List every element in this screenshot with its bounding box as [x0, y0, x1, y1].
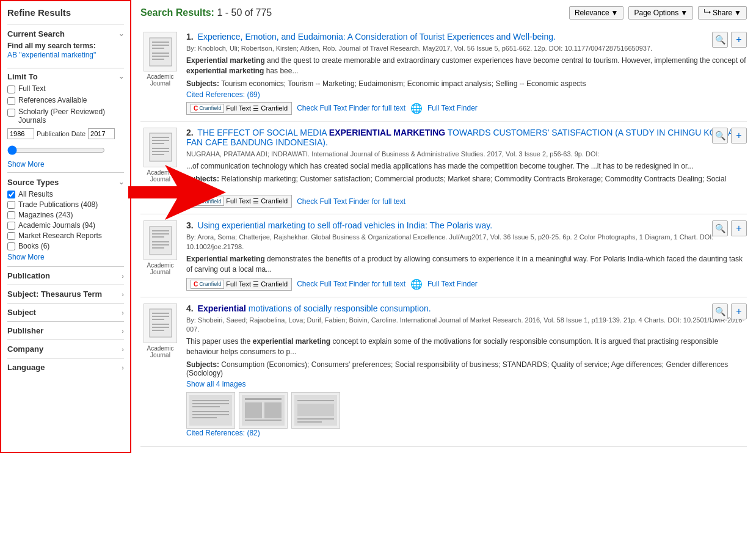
result-2-layout: Academic Journal 2. THE EFFECT OF SOCIAL… — [140, 128, 747, 208]
result-1-snippet: Experiential marketing and the quest to … — [186, 56, 747, 76]
result-item-3: 🔍 + A — [140, 214, 747, 297]
result-2-search-icon[interactable]: 🔍 — [712, 128, 728, 144]
result-1-cited-refs[interactable]: Cited References: (69) — [186, 90, 747, 99]
search-term-link[interactable]: AB "experiential marketing" — [7, 51, 96, 59]
result-1-check-fulltext[interactable]: Check Full Text Finder for full text — [297, 104, 405, 112]
cranfield-logo-2: CCranfield — [191, 197, 224, 206]
current-search-header[interactable]: Current Search ⌄ — [7, 29, 124, 38]
page-options-button[interactable]: Page Options ▼ — [628, 6, 693, 20]
share-icon: ⮡ — [703, 9, 711, 17]
limit-to-section: Limit To ⌄ Full Text References Availabl… — [7, 68, 124, 172]
relevance-button[interactable]: Relevance ▼ — [569, 6, 624, 20]
svg-rect-18 — [152, 236, 164, 238]
sidebar: Refine Results Current Search ⌄ Find all… — [0, 0, 131, 453]
svg-rect-27 — [152, 327, 169, 328]
sidebar-nav-company[interactable]: Company › — [7, 340, 124, 358]
date-to-input[interactable] — [88, 128, 115, 139]
result-4-search-icon[interactable]: 🔍 — [712, 304, 728, 319]
sidebar-nav-subject[interactable]: Subject › — [7, 303, 124, 321]
result-2-fulltext-cranfield[interactable]: CCranfield Full Text ☰ Cranfield — [186, 195, 292, 208]
result-4-add-icon[interactable]: + — [731, 304, 747, 319]
source-market-research: Market Research Reports — [7, 231, 124, 240]
date-slider-container — [7, 143, 124, 158]
svg-rect-35 — [192, 417, 217, 418]
trade-pubs-checkbox[interactable] — [7, 201, 15, 209]
date-range-slider[interactable] — [7, 145, 105, 155]
limit-to-header[interactable]: Limit To ⌄ — [7, 72, 124, 81]
date-from-input[interactable] — [7, 128, 34, 139]
svg-rect-37 — [245, 398, 282, 400]
svg-rect-14 — [152, 154, 164, 155]
sidebar-nav-language[interactable]: Language › — [7, 358, 124, 376]
result-4-cited-refs[interactable]: Cited References: (82) — [186, 429, 747, 437]
result-3-fulltext-btns: CCranfield Full Text ☰ Cranfield Check F… — [186, 278, 747, 291]
refs-checkbox[interactable] — [7, 97, 15, 105]
all-results-checkbox[interactable] — [7, 191, 15, 198]
result-3-fulltext-cranfield[interactable]: CCranfield Full Text ☰ Cranfield — [186, 278, 292, 291]
language-label: Language — [7, 363, 45, 372]
result-4-number: 4. — [186, 304, 194, 313]
sidebar-nav-thesaurus[interactable]: Subject: Thesaurus Term › — [7, 285, 124, 303]
sidebar-nav-publication[interactable]: Publication › — [7, 266, 124, 285]
result-2-number: 2. — [186, 128, 194, 137]
magazines-checkbox[interactable] — [7, 211, 15, 219]
books-checkbox[interactable] — [7, 242, 15, 250]
result-3-title-link[interactable]: Using experiential marketing to sell off… — [198, 220, 492, 230]
source-types-label: Source Types — [7, 178, 59, 187]
market-research-checkbox[interactable] — [7, 232, 15, 240]
result-1-number: 1. — [186, 32, 194, 42]
svg-rect-45 — [297, 421, 322, 423]
result-1-search-icon[interactable]: 🔍 — [712, 32, 728, 48]
publisher-arrow: › — [122, 327, 124, 335]
result-1-fulltext-cranfield[interactable]: CCranfield Full Text ☰ Cranfield — [186, 102, 292, 115]
source-show-more[interactable]: Show More — [7, 253, 124, 261]
result-4-show-images[interactable]: Show all 4 images — [186, 380, 747, 388]
result-1-fulltext-finder[interactable]: Full Text Finder — [427, 104, 478, 112]
share-button[interactable]: ⮡ Share ▼ — [698, 6, 747, 20]
svg-rect-20 — [152, 244, 169, 245]
scholarly-checkbox[interactable] — [7, 109, 15, 117]
result-3-fulltext-finder[interactable]: Full Text Finder — [427, 280, 478, 288]
result-3-add-icon[interactable]: + — [731, 220, 747, 236]
result-4-title-link[interactable]: Experiential motivations of socially res… — [198, 304, 431, 313]
academic-journals-checkbox[interactable] — [7, 222, 15, 230]
result-4-journal-icon — [144, 304, 177, 343]
result-3-search-icon[interactable]: 🔍 — [712, 220, 728, 236]
svg-rect-12 — [152, 148, 169, 149]
thesaurus-label: Subject: Thesaurus Term — [7, 289, 102, 299]
source-magazines: Magazines (243) — [7, 211, 124, 219]
limit-show-more[interactable]: Show More — [7, 160, 124, 169]
market-research-label: Market Research Reports — [18, 231, 102, 240]
result-1-title-link[interactable]: Experience, Emotion, and Eudaimonia: A C… — [198, 32, 556, 42]
source-types-header[interactable]: Source Types ⌄ — [7, 178, 124, 187]
current-search-chevron: ⌄ — [118, 30, 124, 38]
svg-rect-4 — [152, 48, 164, 49]
result-2-title-link[interactable]: THE EFFECT OF SOCIAL MEDIA EXPERIENTIAL … — [186, 128, 740, 147]
result-2-snippet: ...of communication technology which has… — [186, 161, 747, 172]
relevance-label: Relevance — [575, 9, 609, 17]
result-1-journal-icon — [144, 32, 177, 71]
svg-rect-38 — [245, 402, 262, 418]
result-3-content: 3. Using experiential marketing to sell … — [186, 220, 747, 290]
result-1-meta: By: Knobloch, Uli; Robertson, Kirsten; A… — [186, 44, 747, 53]
svg-rect-33 — [192, 411, 229, 412]
result-2-type: Academic Journal — [140, 169, 180, 183]
sidebar-nav-publisher[interactable]: Publisher › — [7, 321, 124, 340]
fulltext-label: Full Text — [18, 84, 45, 93]
svg-rect-43 — [297, 404, 334, 416]
source-books: Books (6) — [7, 242, 124, 250]
result-2-subjects: Subjects: Relationship marketing; Custom… — [186, 175, 747, 192]
thumbnail-3 — [291, 392, 340, 429]
fulltext-checkbox[interactable] — [7, 85, 15, 93]
result-2-check-fulltext[interactable]: Check Full Text Finder for full text — [297, 197, 405, 206]
result-3-check-fulltext[interactable]: Check Full Text Finder for full text — [297, 280, 405, 288]
svg-rect-25 — [152, 319, 164, 320]
result-1-add-icon[interactable]: + — [731, 32, 747, 48]
publication-label: Publication — [7, 271, 50, 280]
cranfield-logo-1: CCranfield — [191, 104, 224, 113]
result-2-add-icon[interactable]: + — [731, 128, 747, 144]
svg-rect-9 — [152, 137, 169, 138]
svg-rect-31 — [192, 403, 229, 404]
fulltext-checkbox-item: Full Text — [7, 84, 124, 93]
svg-rect-42 — [297, 400, 334, 401]
